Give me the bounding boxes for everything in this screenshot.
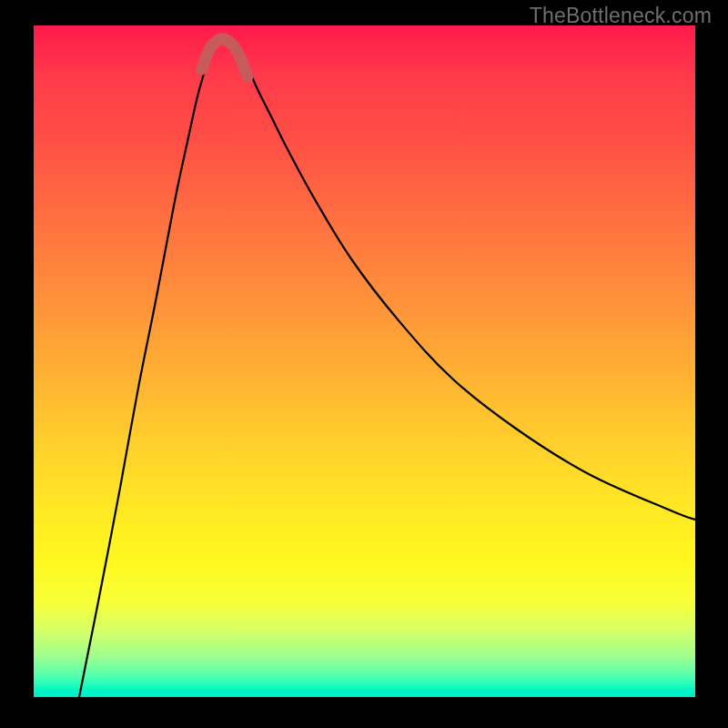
plot-area	[34, 25, 695, 697]
chart-svg	[34, 25, 695, 697]
optimal-range-marker	[202, 39, 248, 76]
chart-frame: TheBottleneck.com	[0, 0, 728, 728]
watermark-text: TheBottleneck.com	[530, 4, 712, 28]
bottleneck-curve-path	[79, 39, 695, 697]
